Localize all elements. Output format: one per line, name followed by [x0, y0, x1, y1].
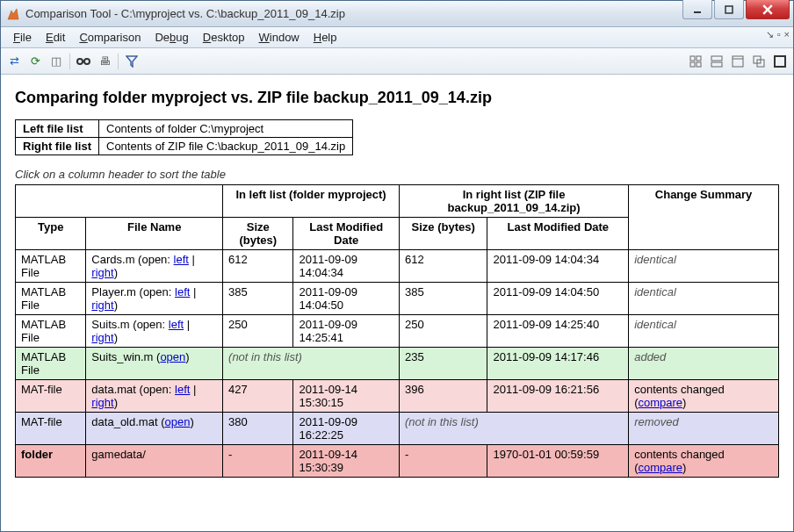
cell-not-in-left: (not in this list): [223, 348, 400, 380]
header-right-group[interactable]: In right list (ZIP file backup_2011_09_1…: [399, 185, 628, 218]
right-list-label: Right file list: [16, 138, 99, 155]
header-date-right[interactable]: Last Modified Date: [487, 218, 629, 250]
cell-filename: Cards.m (open: left | right): [86, 250, 223, 283]
table-row: foldergamedata/-2011-09-14 15:30:39-1970…: [16, 445, 779, 478]
cell-summary: identical: [629, 283, 779, 315]
cell-date-left: 2011-09-09 14:04:34: [293, 250, 400, 283]
cell-type: MATLAB File: [16, 250, 86, 283]
cell-size-right: 235: [399, 348, 487, 380]
cell-filename: Suits_win.m (open): [86, 348, 223, 380]
single-icon[interactable]: [730, 54, 746, 69]
cell-type: MAT-file: [16, 380, 86, 413]
header-summary[interactable]: Change Summary: [629, 185, 779, 250]
open-left-link[interactable]: left: [169, 318, 184, 331]
menu-desktop[interactable]: Desktop: [196, 29, 252, 46]
header-type[interactable]: Type: [16, 218, 86, 250]
header-size-left[interactable]: Size (bytes): [223, 218, 293, 250]
cell-size-left: 427: [223, 380, 293, 413]
header-filename[interactable]: File Name: [86, 218, 223, 250]
content-area: Comparing folder myproject vs. ZIP file …: [1, 75, 793, 531]
cell-summary: added: [629, 348, 779, 380]
header-size-right[interactable]: Size (bytes): [399, 218, 487, 250]
left-list-label: Left file list: [16, 120, 99, 138]
cell-filename: data_old.mat (open): [86, 413, 223, 445]
open-left-link[interactable]: left: [175, 383, 190, 396]
cell-not-in-right: (not in this list): [399, 413, 628, 445]
cell-date-right: 2011-09-09 16:21:56: [487, 380, 629, 413]
cell-size-left: -: [223, 445, 293, 478]
left-list-value: Contents of folder C:\myproject: [99, 120, 353, 138]
comparison-table: In left list (folder myproject) In right…: [15, 184, 779, 478]
split-h-icon[interactable]: [709, 54, 725, 69]
close-button[interactable]: [746, 0, 790, 19]
app-icon: [6, 7, 20, 21]
menubar: File Edit Comparison Debug Desktop Windo…: [1, 27, 793, 48]
svg-point-5: [84, 59, 90, 64]
table-row: MAT-filedata_old.mat (open)3802011-09-09…: [16, 413, 779, 445]
open-right-link[interactable]: right: [91, 331, 113, 344]
open-right-link[interactable]: right: [91, 298, 113, 312]
window-title: Comparison Tool - C:\myproject vs. C:\ba…: [25, 7, 682, 20]
open-left-link[interactable]: left: [174, 253, 189, 266]
menu-close-icon[interactable]: ×: [784, 29, 790, 40]
print-icon[interactable]: 🖶: [97, 54, 112, 69]
svg-rect-12: [711, 62, 722, 67]
cell-date-right: 2011-09-09 14:25:40: [487, 315, 629, 348]
menu-help[interactable]: Help: [307, 29, 344, 46]
table-row: MAT-filedata.mat (open: left | right)427…: [16, 380, 779, 413]
open-right-link[interactable]: right: [91, 266, 113, 279]
cell-date-left: 2011-09-14 15:30:39: [293, 445, 400, 478]
svg-rect-13: [733, 56, 743, 67]
cell-date-right: 2011-09-09 14:04:50: [487, 283, 629, 315]
open-link[interactable]: open: [164, 415, 190, 428]
compare-link[interactable]: compare: [639, 396, 683, 409]
menu-debug[interactable]: Debug: [148, 29, 195, 46]
maximize-pane-icon[interactable]: [772, 54, 788, 69]
menu-file[interactable]: File: [6, 29, 39, 46]
info-table: Left file list Contents of folder C:\myp…: [15, 119, 353, 155]
menu-comparison[interactable]: Comparison: [72, 29, 148, 46]
find-icon[interactable]: [76, 54, 91, 69]
table-row: MATLAB FileSuits_win.m (open)(not in thi…: [16, 348, 779, 380]
minimize-button[interactable]: [682, 0, 712, 19]
cascade-icon[interactable]: [751, 54, 767, 69]
swap-icon[interactable]: ⇄: [6, 54, 22, 69]
menu-edit[interactable]: Edit: [39, 29, 72, 46]
cell-date-right: 2011-09-09 14:04:34: [487, 250, 629, 283]
refresh-icon[interactable]: ⟳: [27, 54, 43, 69]
maximize-button[interactable]: [714, 0, 744, 19]
cell-size-left: 380: [223, 413, 293, 445]
open-link[interactable]: open: [160, 350, 185, 363]
cell-summary: identical: [629, 250, 779, 283]
filter-icon[interactable]: [124, 54, 140, 69]
cell-filename: gamedata/: [86, 445, 223, 478]
cell-date-right: 1970-01-01 00:59:59: [487, 445, 629, 478]
cell-type: MATLAB File: [16, 315, 86, 348]
cell-date-left: 2011-09-09 14:04:50: [293, 283, 400, 315]
right-list-value: Contents of ZIP file C:\backup_2011_09_1…: [99, 138, 353, 155]
cell-type: MATLAB File: [16, 283, 86, 315]
cell-type: folder: [16, 445, 86, 478]
sort-hint: Click on a column header to sort the tab…: [15, 168, 779, 181]
menu-window[interactable]: Window: [252, 29, 307, 46]
cell-type: MATLAB File: [16, 348, 86, 380]
header-date-left[interactable]: Last Modified Date: [293, 218, 400, 250]
compare-link[interactable]: compare: [639, 461, 683, 474]
cell-summary: identical: [629, 315, 779, 348]
cell-size-right: 396: [399, 380, 487, 413]
table-row: MATLAB FileCards.m (open: left | right)6…: [16, 250, 779, 283]
save-icon[interactable]: ◫: [48, 54, 64, 69]
cell-size-right: 612: [399, 250, 487, 283]
cell-date-right: 2011-09-09 14:17:46: [487, 348, 629, 380]
header-left-group[interactable]: In left list (folder myproject): [223, 185, 400, 218]
titlebar: Comparison Tool - C:\myproject vs. C:\ba…: [1, 1, 793, 27]
cell-filename: Player.m (open: left | right): [86, 283, 223, 315]
svg-rect-9: [690, 62, 695, 67]
tile-icon[interactable]: [688, 54, 704, 69]
dock-arrow-icon[interactable]: ↘: [766, 29, 774, 40]
open-right-link[interactable]: right: [91, 396, 113, 409]
open-left-link[interactable]: left: [175, 285, 190, 298]
cell-summary: contents changed (compare): [629, 445, 779, 478]
cell-type: MAT-file: [16, 413, 86, 445]
undock-icon[interactable]: ▫: [777, 29, 781, 40]
